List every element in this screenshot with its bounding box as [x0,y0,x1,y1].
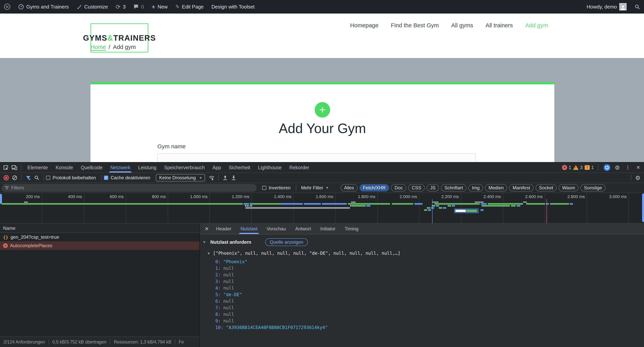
devtools-tab-leistung[interactable]: Leistung [137,162,158,173]
payload-item: 0: "Phoenix" [215,258,644,265]
filter-pill-wasm[interactable]: Wasm [558,184,578,191]
nav-homepage[interactable]: Homepage [350,22,378,29]
inspect-element-icon[interactable] [2,164,10,171]
filter-funnel-icon[interactable] [24,174,32,182]
throttling-value: Keine Drosselung [159,175,196,180]
howdy-menu[interactable]: Howdy, demo [583,0,630,14]
details-tab-initiator[interactable]: Initiator [320,224,336,234]
filter-pill-fetch-xhr[interactable]: Fetch/XHR [360,184,389,191]
preserve-log-label[interactable]: Protokoll beibehalten [52,175,96,180]
timeline-gridline [545,193,545,223]
requests-name-column-header[interactable]: Name [0,224,200,233]
breadcrumb-home-link[interactable]: Home [90,44,106,50]
network-search-icon[interactable] [32,174,41,182]
console-errors-badge[interactable]: ✕ 1 [562,165,571,170]
collapse-triangle-icon[interactable]: ▼ [208,251,212,255]
network-settings-gear-icon[interactable]: ⚙ [634,174,642,182]
requests-table: Name {}gen_204?csp_test=true✕Autocomplet… [0,224,200,347]
filter-pill-doc[interactable]: Doc [391,184,406,191]
updates-menu[interactable]: ⟳ 3 [112,0,130,14]
filter-pill-medien[interactable]: Medien [485,184,507,191]
disable-cache-checkbox[interactable]: ✓ [104,176,108,180]
logo-part1: GYMS [83,34,107,42]
devtools-tab-lighthouse[interactable]: Lighthouse [257,162,283,173]
collapse-triangle-icon[interactable]: ▼ [202,240,206,244]
invert-filter-checkbox[interactable] [262,186,266,190]
comments-menu[interactable]: 0 [130,0,148,14]
devtools-tab-rekorder[interactable]: Rekorder [288,162,310,173]
new-content-menu[interactable]: + New [148,0,172,14]
toolset-label: Design with Toolset [212,4,255,10]
filter-input[interactable] [11,185,254,191]
ai-assistant-icon[interactable] [603,164,611,171]
network-overview-timeline[interactable]: 200 ms400 ms600 ms800 ms1.000 ms1.200 ms… [0,193,644,224]
filter-pill-js[interactable]: JS [426,184,439,191]
customize-label: Customize [84,4,108,10]
record-network-log-button[interactable] [2,174,10,182]
more-filters-dropdown[interactable]: Mehr Filter ▼ [301,185,329,191]
customize-menu[interactable]: Customize [73,0,112,14]
filter-pill-schriftart[interactable]: Schriftart [441,184,466,191]
network-conditions-icon[interactable] [208,174,216,182]
details-tab-header[interactable]: Header [215,224,232,234]
nav-all-gyms[interactable]: All gyms [451,22,473,29]
filter-pill-manifest[interactable]: Manifest [509,184,534,191]
timeline-bar [366,205,370,207]
devtools-tab-konsole[interactable]: Konsole [54,162,74,173]
request-row-gen-204-csp-test-true[interactable]: {}gen_204?csp_test=true [0,233,200,241]
timeline-gridline [461,193,461,223]
preserve-log-checkbox[interactable] [46,176,50,180]
admin-search[interactable] [630,0,644,14]
filter-pill-img[interactable]: Img [468,184,483,191]
details-tab-timing[interactable]: Timing [344,224,359,234]
devtools-tab-speicherverbrauch[interactable]: Speicherverbrauch [163,162,206,173]
nav-add-gym[interactable]: Add gym [525,22,548,29]
timeline-left-grip[interactable] [0,194,2,204]
close-devtools-icon[interactable]: ✕ [634,164,642,171]
invert-filter-label[interactable]: Invertieren [269,185,290,191]
breadcrumb: Home / Add gym [90,44,136,50]
close-details-icon[interactable]: ✕ [202,224,212,234]
details-tab-vorschau[interactable]: Vorschau [266,224,287,234]
design-with-toolset-menu[interactable]: Design with Toolset [208,0,258,14]
site-name-menu[interactable]: Gyms and Trainers [14,0,73,14]
device-toolbar-icon[interactable] [10,164,18,171]
export-har-icon[interactable] [230,174,238,182]
divider [631,175,631,181]
filter-pill-alles[interactable]: Alles [340,184,358,191]
import-har-icon[interactable] [221,174,230,182]
devtools-tab-sicherheit[interactable]: Sicherheit [228,162,252,173]
chevron-down-icon: ▾ [200,175,202,180]
settings-gear-icon[interactable]: ⚙ [613,164,622,171]
wp-logo-menu[interactable]: W [0,0,14,14]
filter-pill-sonstige[interactable]: Sonstige [580,184,605,191]
clear-network-log-icon[interactable] [10,174,19,182]
request-row-autocompleteplaces[interactable]: ✕AutocompletePlaces [0,241,200,250]
throttling-select[interactable]: Keine Drosselung ▾ [156,174,205,181]
devtools-tab-quellcode[interactable]: Quellcode [80,162,104,173]
issues-badge[interactable]: ! 1 [585,165,594,170]
error-icon: ✕ [562,165,567,170]
edit-page-menu[interactable]: ✎ Edit Page [172,0,208,14]
nav-all-trainers[interactable]: All trainers [486,22,513,29]
filter-pill-css[interactable]: CSS [408,184,425,191]
details-tab-antwort[interactable]: Antwort [294,224,312,234]
devtools-tabs: ElementeKonsoleQuellcodeNetzwerkLeistung… [24,162,313,173]
console-warnings-badge[interactable]: ! 3 [573,165,582,170]
devtools-panel: ElementeKonsoleQuellcodeNetzwerkLeistung… [0,162,644,347]
timeline-bar [428,209,431,211]
devtools-tab-netzwerk[interactable]: Netzwerk [109,162,132,173]
timeline-bar [24,202,28,203]
details-tab-nutzlast[interactable]: Nutzlast [240,224,258,234]
view-source-button[interactable]: Quelle anzeigen [265,238,308,246]
devtools-tab-app[interactable]: App [211,162,222,173]
timeline-bar [550,203,569,205]
filter-pill-socket[interactable]: Socket [536,184,557,191]
devtools-tab-elemente[interactable]: Elemente [26,162,49,173]
timeline-tick-label: 2.000 ms [400,194,419,199]
kebab-menu-icon[interactable]: ⋮ [624,164,632,171]
timeline-right-grip[interactable] [642,193,644,222]
payload-index: 9: [215,318,224,323]
disable-cache-label[interactable]: Cache deaktivieren [110,175,150,180]
nav-find-the-best-gym[interactable]: Find the Best Gym [391,22,439,29]
